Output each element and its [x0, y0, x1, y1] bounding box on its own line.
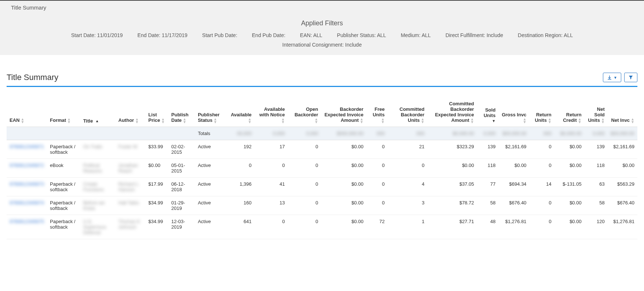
cell-open-backorder: 0 — [288, 196, 321, 215]
cell-backorder-expected: $0.00 — [321, 215, 366, 239]
col-net-invc[interactable]: Net Invc▲▼ — [608, 98, 637, 127]
cell-title: Create Functions — [80, 177, 116, 196]
table-row: 9780812345674 Paperback / softback Befor… — [7, 196, 637, 215]
cell-free-units: 0 — [366, 140, 388, 159]
cell-ean[interactable]: 9780812345674 — [7, 196, 47, 215]
cell-sold-units: 77 — [477, 177, 499, 196]
download-icon — [607, 75, 612, 80]
cell-net-invc: $2,161.69 — [608, 140, 637, 159]
cell-publish-date: 02-02-2015 — [168, 140, 195, 159]
col-committed-backorder-expected[interactable]: Committed Backorder Expected Invoice Amo… — [427, 98, 477, 127]
cell-format: Paperback / softback — [47, 215, 80, 239]
cell-sold-units: 118 — [477, 159, 499, 177]
cell-sold-units: 139 — [477, 140, 499, 159]
cell-title: On Trails — [80, 140, 116, 159]
col-title[interactable]: Title ▲ — [80, 98, 116, 127]
cell-return-units: 0 — [530, 196, 554, 215]
cell-available-with-notice: 13 — [255, 196, 288, 215]
filters-row: Start Date: 11/01/2019 End Date: 11/17/2… — [11, 32, 633, 38]
sort-icon: ▲▼ — [248, 118, 252, 124]
col-available-with-notice[interactable]: Available with Notice▲▼ — [255, 98, 288, 127]
cell-backorder-expected: $0.00 — [321, 159, 366, 177]
cell-gross-invc: $0.00 — [498, 159, 529, 177]
cell-net-sold-units: 139 — [585, 140, 608, 159]
cell-return-credit: $0.00 — [554, 215, 585, 239]
filter-international-consignment: International Consignment: Include — [11, 42, 633, 48]
col-gross-invc[interactable]: Gross Invc▲▼ — [498, 98, 529, 127]
cell-title: Before we Knew — [80, 196, 116, 215]
cell-gross-invc: $676.40 — [498, 196, 529, 215]
cell-publisher-status: Active — [195, 140, 227, 159]
col-author[interactable]: Author▲▼ — [116, 98, 146, 127]
cell-open-backorder: 0 — [288, 177, 321, 196]
cell-return-credit: $0.00 — [554, 159, 585, 177]
filter-icon — [628, 75, 633, 80]
cell-return-units: 0 — [530, 159, 554, 177]
sort-icon: ▲▼ — [548, 118, 552, 124]
download-button[interactable]: ▼ — [603, 73, 621, 82]
col-open-backorder[interactable]: Open Backorder▲▼ — [288, 98, 321, 127]
col-return-units[interactable]: Return Units▲▼ — [530, 98, 554, 127]
sort-icon: ▲▼ — [360, 118, 364, 124]
caret-down-icon: ▼ — [614, 76, 617, 80]
sort-up-icon: ▲ — [95, 120, 99, 123]
cell-committed-backorder-expected: $27.71 — [427, 215, 477, 239]
sort-icon: ▲▼ — [631, 118, 634, 124]
cell-committed-backorder-expected: $78.72 — [427, 196, 477, 215]
cell-ean[interactable]: 9780812345673 — [7, 177, 47, 196]
cell-committed-backorder-units: 21 — [388, 140, 427, 159]
cell-author: Thomas K Johnson — [116, 215, 146, 239]
cell-backorder-expected: $0.00 — [321, 196, 366, 215]
cell-gross-invc: $1,276.81 — [498, 215, 529, 239]
col-publish-date[interactable]: Publish Date▲▼ — [168, 98, 195, 127]
section-title: Title Summary — [7, 73, 58, 82]
cell-committed-backorder-units: 0 — [388, 159, 427, 177]
col-available[interactable]: Available▲▼ — [227, 98, 254, 127]
cell-ean[interactable]: 9780812345675 — [7, 215, 47, 239]
filter-ean: EAN: ALL — [300, 32, 323, 38]
cell-list-price: $33.99 — [145, 140, 168, 159]
cell-ean[interactable]: 9780812345672 — [7, 159, 47, 177]
banner-title: Title Summary — [11, 4, 633, 11]
table-header-row: EAN▲▼ Format▲▼ Title ▲ Author▲▼ List Pri… — [7, 98, 637, 127]
sort-icon: ▲▼ — [21, 118, 24, 124]
col-publisher-status[interactable]: Publisher Status▲▼ — [195, 98, 227, 127]
cell-return-credit: $0.00 — [554, 140, 585, 159]
col-format[interactable]: Format▲▼ — [47, 98, 80, 127]
cell-available: 1,396 — [227, 177, 254, 196]
col-free-units[interactable]: Free Units▲▼ — [366, 98, 388, 127]
cell-ean[interactable]: 9780812345671 — [7, 140, 47, 159]
cell-return-units: 14 — [530, 177, 554, 196]
table-row: 9780812345671 Paperback / softback On Tr… — [7, 140, 637, 159]
cell-publisher-status: Active — [195, 196, 227, 215]
sort-icon: ▲▼ — [314, 118, 318, 124]
cell-format: Paperback / softback — [47, 177, 80, 196]
sort-icon: ▲▼ — [523, 118, 527, 124]
filter-direct-fulfillment: Direct Fulfillment: Include — [445, 32, 503, 38]
cell-publisher-status: Active — [195, 215, 227, 239]
table-row: 9780812345672 eBook Political Reasons Jo… — [7, 159, 637, 177]
cell-net-invc: $676.40 — [608, 196, 637, 215]
cell-free-units: 0 — [366, 177, 388, 196]
cell-format: eBook — [47, 159, 80, 177]
cell-net-invc: $563.29 — [608, 177, 637, 196]
table-row: 9780812345673 Paperback / softback Creat… — [7, 177, 637, 196]
table-row: 9780812345675 Paperback / softback U.S. … — [7, 215, 637, 239]
col-committed-backorder-units[interactable]: Committed Backorder Units▲▼ — [388, 98, 427, 127]
col-ean[interactable]: EAN▲▼ — [7, 98, 47, 127]
sort-icon: ▲▼ — [214, 118, 217, 124]
cell-available: 192 — [227, 140, 254, 159]
cell-list-price: $0.00 — [145, 159, 168, 177]
filter-button[interactable] — [624, 73, 637, 82]
cell-net-sold-units: 118 — [585, 159, 608, 177]
col-return-credit[interactable]: Return Credit▲▼ — [554, 98, 585, 127]
sort-icon: ▲▼ — [281, 118, 285, 124]
cell-title: Political Reasons — [80, 159, 116, 177]
col-backorder-expected[interactable]: Backorder Expected Invoice Amount▲▼ — [321, 98, 366, 127]
col-sold-units[interactable]: Sold Units ▼ — [477, 98, 499, 127]
filters-banner: Title Summary Applied Filters Start Date… — [0, 0, 644, 55]
col-list-price[interactable]: List Price▲▼ — [145, 98, 168, 127]
col-net-sold-units[interactable]: Net Sold Units▲▼ — [585, 98, 608, 127]
sort-icon: ▲▼ — [381, 118, 385, 124]
totals-label: Totals — [195, 127, 227, 140]
